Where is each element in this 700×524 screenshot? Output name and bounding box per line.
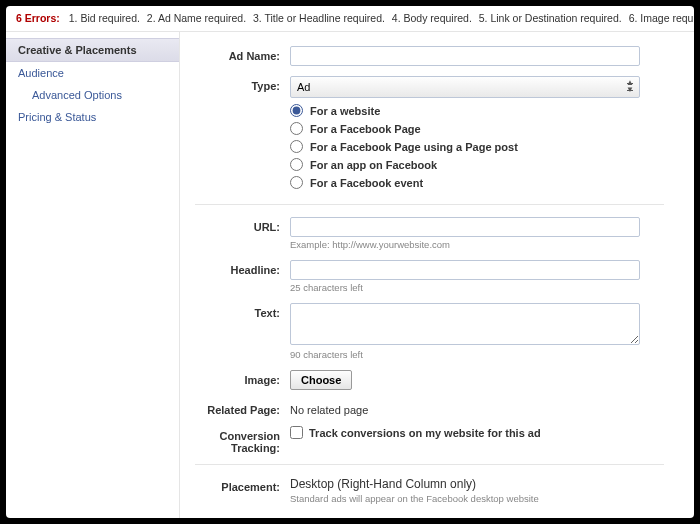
sidebar-item-label: Creative & Placements — [18, 44, 137, 56]
sidebar-item-advanced[interactable]: Advanced Options — [6, 84, 179, 106]
radio-input[interactable] — [290, 140, 303, 153]
text-hint: 90 characters left — [290, 349, 664, 360]
radio-label: For an app on Facebook — [310, 159, 437, 171]
type-label: Type: — [190, 76, 290, 92]
conversion-tracking-text: Track conversions on my website for this… — [309, 427, 541, 439]
error-item: 3. Title or Headline required. — [253, 12, 385, 24]
app-window: 6 Errors: 1. Bid required. 2. Ad Name re… — [6, 6, 694, 518]
placement-label: Placement: — [190, 477, 290, 493]
sidebar-item-label: Advanced Options — [32, 89, 122, 101]
radio-for-website[interactable]: For a website — [290, 104, 664, 117]
radio-input[interactable] — [290, 122, 303, 135]
radio-label: For a Facebook Page — [310, 123, 421, 135]
related-page-value: No related page — [290, 400, 664, 416]
ad-name-input[interactable] — [290, 46, 640, 66]
ad-destination-radios: For a website For a Facebook Page For a … — [290, 104, 664, 189]
error-count: 6 Errors: — [16, 12, 60, 24]
error-item: 1. Bid required. — [69, 12, 140, 24]
radio-label: For a Facebook Page using a Page post — [310, 141, 518, 153]
radio-input[interactable] — [290, 104, 303, 117]
placement-hint: Standard ads will appear on the Facebook… — [290, 493, 664, 504]
url-label: URL: — [190, 217, 290, 233]
divider — [195, 204, 664, 205]
radio-label: For a website — [310, 105, 380, 117]
conversion-tracking-label: Conversion Tracking: — [190, 426, 290, 454]
sidebar: Creative & Placements Audience Advanced … — [6, 32, 180, 518]
error-bar: 6 Errors: 1. Bid required. 2. Ad Name re… — [6, 6, 694, 32]
related-page-label: Related Page: — [190, 400, 290, 416]
main-form: Ad Name: Type: Ad ▲▼ — [180, 32, 694, 518]
conversion-tracking-checkbox-row[interactable]: Track conversions on my website for this… — [290, 426, 664, 439]
sidebar-item-audience[interactable]: Audience — [6, 62, 179, 84]
error-item: 2. Ad Name required. — [147, 12, 246, 24]
error-item: 6. Image required. — [629, 12, 694, 24]
headline-label: Headline: — [190, 260, 290, 276]
error-item: 4. Body required. — [392, 12, 472, 24]
url-input[interactable] — [290, 217, 640, 237]
sidebar-item-label: Pricing & Status — [18, 111, 96, 123]
sidebar-item-label: Audience — [18, 67, 64, 79]
body: Creative & Placements Audience Advanced … — [6, 32, 694, 518]
sidebar-item-pricing[interactable]: Pricing & Status — [6, 106, 179, 128]
radio-for-app[interactable]: For an app on Facebook — [290, 158, 664, 171]
ad-name-label: Ad Name: — [190, 46, 290, 62]
url-hint: Example: http://www.yourwebsite.com — [290, 239, 664, 250]
radio-for-page-post[interactable]: For a Facebook Page using a Page post — [290, 140, 664, 153]
radio-label: For a Facebook event — [310, 177, 423, 189]
error-item: 5. Link or Destination required. — [479, 12, 622, 24]
divider — [195, 464, 664, 465]
choose-button-label: Choose — [301, 374, 341, 386]
radio-for-page[interactable]: For a Facebook Page — [290, 122, 664, 135]
text-label: Text: — [190, 303, 290, 319]
headline-hint: 25 characters left — [290, 282, 664, 293]
choose-image-button[interactable]: Choose — [290, 370, 352, 390]
type-select[interactable]: Ad — [290, 76, 640, 98]
conversion-tracking-checkbox[interactable] — [290, 426, 303, 439]
radio-input[interactable] — [290, 176, 303, 189]
radio-for-event[interactable]: For a Facebook event — [290, 176, 664, 189]
chevron-updown-icon: ▲▼ — [626, 79, 634, 93]
sidebar-item-creative[interactable]: Creative & Placements — [6, 38, 179, 62]
radio-input[interactable] — [290, 158, 303, 171]
text-input[interactable] — [290, 303, 640, 345]
headline-input[interactable] — [290, 260, 640, 280]
placement-value: Desktop (Right-Hand Column only) — [290, 477, 664, 491]
image-label: Image: — [190, 370, 290, 386]
